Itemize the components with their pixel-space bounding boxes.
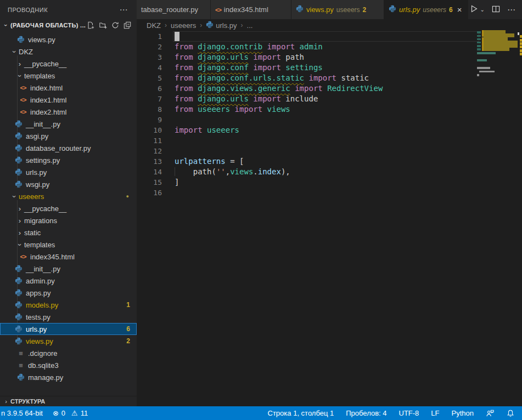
code-line-12[interactable]: 12: [137, 146, 522, 156]
chevron-down-icon: ›: [16, 240, 24, 249]
code-line-1[interactable]: 1: [137, 31, 522, 42]
status-bar: n 3.9.5 64-bit⊗0⚠11 Строка 1, столбец 1П…: [0, 406, 522, 420]
status-indentation[interactable]: Пробелов: 4: [346, 409, 386, 417]
code-line-15[interactable]: 15]: [137, 177, 522, 188]
tree-item-urls.py[interactable]: urls.py: [0, 166, 137, 178]
tree-item-asgi.py[interactable]: asgi.py: [0, 130, 137, 142]
tree-item-label: useeers: [19, 192, 44, 201]
code-line-8[interactable]: 8from useeers import views: [137, 104, 522, 115]
breadcrumb-item-DKZ[interactable]: DKZ: [147, 21, 161, 30]
breadcrumb-item-useeers[interactable]: useeers: [171, 21, 196, 30]
feedback-icon[interactable]: [486, 409, 495, 417]
tree-item-migrations[interactable]: ›migrations: [0, 214, 137, 226]
tree-item-templates[interactable]: ›templates: [0, 70, 137, 82]
tab-views.py[interactable]: views.pyuseeers2: [291, 0, 384, 19]
tree-item-models.py[interactable]: models.py1: [0, 299, 137, 311]
code-line-3[interactable]: 3from django.urls import path: [137, 52, 522, 63]
overview-ruler[interactable]: [518, 31, 522, 406]
tree-item-label: tests.py: [26, 313, 50, 321]
tree-item-index.html[interactable]: <>index.html: [0, 82, 137, 94]
tree-item-.dcignore[interactable]: ≡.dcignore: [0, 347, 137, 359]
file-icon: ≡: [16, 361, 25, 370]
status-python-interpreter[interactable]: n 3.9.5 64-bit: [1, 409, 43, 417]
outline-section-header[interactable]: › СТРУКТУРА: [0, 396, 137, 406]
status-cursor-position[interactable]: Строка 1, столбец 1: [268, 409, 334, 417]
tree-item-index2.html[interactable]: <>index2.html: [0, 106, 137, 118]
tree-item-useeers[interactable]: ›useeers●: [0, 190, 137, 202]
new-folder-icon[interactable]: [99, 21, 107, 29]
tree-item-settings.py[interactable]: settings.py: [0, 154, 137, 166]
code-line-16[interactable]: 16: [137, 188, 522, 198]
tree-item-index1.html[interactable]: <>index1.html: [0, 94, 137, 106]
tree-item-DKZ[interactable]: ›DKZ: [0, 46, 137, 58]
tree-item-label: templates: [24, 241, 55, 249]
tree-item-tests.py[interactable]: tests.py: [0, 311, 137, 323]
tree-item-urls.py[interactable]: urls.py6: [0, 323, 137, 335]
tree-item-index345.html[interactable]: <>index345.html: [0, 251, 137, 263]
tab-tabase_roouter.py[interactable]: tabase_roouter.py: [137, 0, 211, 19]
code-text: import useeers: [175, 125, 239, 135]
collapse-all-icon[interactable]: [124, 21, 131, 29]
tree-item-wsgi.py[interactable]: wsgi.py: [0, 178, 137, 190]
code-line-10[interactable]: 10import useeers: [137, 125, 522, 135]
breadcrumb-item-urls.py[interactable]: urls.py: [206, 21, 237, 30]
python-icon: [14, 265, 23, 273]
close-icon[interactable]: ×: [457, 5, 462, 14]
status-problems[interactable]: ⊗0⚠11: [53, 409, 88, 417]
status-eol[interactable]: LF: [431, 409, 439, 417]
tree-item-database_roouter.py[interactable]: database_roouter.py: [0, 142, 137, 154]
tree-item-__init__.py[interactable]: __init__.py: [0, 263, 137, 275]
code-line-2[interactable]: 2from django.contrib import admin: [137, 42, 522, 52]
code-line-9[interactable]: 9: [137, 115, 522, 125]
breadcrumb: DKZ›useeers›urls.py›...: [137, 19, 522, 31]
tree-item-manage.py[interactable]: manage.py: [0, 371, 137, 383]
warning-icon: ⚠: [71, 409, 78, 417]
new-file-icon[interactable]: [87, 21, 94, 29]
tree-item-__init__.py[interactable]: __init__.py: [0, 118, 137, 130]
bell-icon[interactable]: [507, 409, 514, 417]
status-language-mode[interactable]: Python: [452, 409, 474, 417]
tree-item-__pycache__[interactable]: ›__pycache__: [0, 58, 137, 70]
status-encoding[interactable]: UTF-8: [399, 409, 419, 417]
refresh-icon[interactable]: [111, 21, 119, 29]
workspace-section-header[interactable]: › (РАБОЧАЯ ОБЛАСТЬ) ...: [0, 19, 137, 31]
chevron-down-icon: ›: [3, 21, 9, 30]
minimap[interactable]: [477, 30, 518, 206]
tree-item-label: index2.html: [30, 108, 66, 116]
code-line-11[interactable]: 11: [137, 135, 522, 146]
explorer-more-actions-icon[interactable]: ⋯: [120, 5, 128, 15]
minimap-mark: [520, 39, 522, 42]
code-line-7[interactable]: 7from django.urls import include: [137, 94, 522, 104]
tree-item-views.py[interactable]: views.py: [0, 33, 137, 46]
split-editor-icon[interactable]: [492, 5, 500, 15]
tree-item-static[interactable]: ›static: [0, 226, 137, 239]
tree-item-label: index1.html: [30, 96, 66, 104]
tree-item-views.py[interactable]: views.py2: [0, 335, 137, 347]
tab-index345.html[interactable]: <>index345.html: [211, 0, 291, 19]
code-line-4[interactable]: 4from django.conf import settings: [137, 63, 522, 73]
run-dropdown-icon[interactable]: ⌄: [480, 7, 485, 13]
tree-item-label: .dcignore: [28, 349, 57, 357]
run-icon[interactable]: [469, 4, 478, 15]
tree-item-label: apps.py: [26, 289, 51, 297]
tree-item-admin.py[interactable]: admin.py: [0, 275, 137, 287]
code-editor[interactable]: 12from django.contrib import admin3from …: [137, 31, 522, 198]
explorer-title: ПРОВОДНИК: [8, 7, 48, 13]
tab-urls.py[interactable]: urls.pyuseeers6×: [384, 0, 468, 19]
code-line-5[interactable]: 5from django.conf.urls.static import sta…: [137, 73, 522, 83]
code-line-13[interactable]: 13urlpatterns = [: [137, 156, 522, 167]
code-line-6[interactable]: 6from django.views.generic import Redire…: [137, 83, 522, 94]
code-line-14[interactable]: 14 path('',views.index),: [137, 167, 522, 177]
file-tree: views.py›DKZ›__pycache__›templates<>inde…: [0, 31, 137, 383]
tree-item-apps.py[interactable]: apps.py: [0, 287, 137, 299]
minimap-mark: [479, 71, 495, 73]
breadcrumb-label: DKZ: [147, 21, 161, 30]
tree-item-__pycache__[interactable]: ›__pycache__: [0, 202, 137, 214]
problem-count-badge: 1: [126, 301, 130, 309]
more-actions-icon[interactable]: ⋯: [507, 5, 515, 15]
tree-item-db.sqlite3[interactable]: ≡db.sqlite3: [0, 359, 137, 371]
python-icon: [14, 156, 23, 164]
tab-problem-badge: 2: [363, 6, 367, 14]
breadcrumb-item-...[interactable]: ...: [247, 21, 253, 30]
tree-item-templates[interactable]: ›templates: [0, 239, 137, 251]
